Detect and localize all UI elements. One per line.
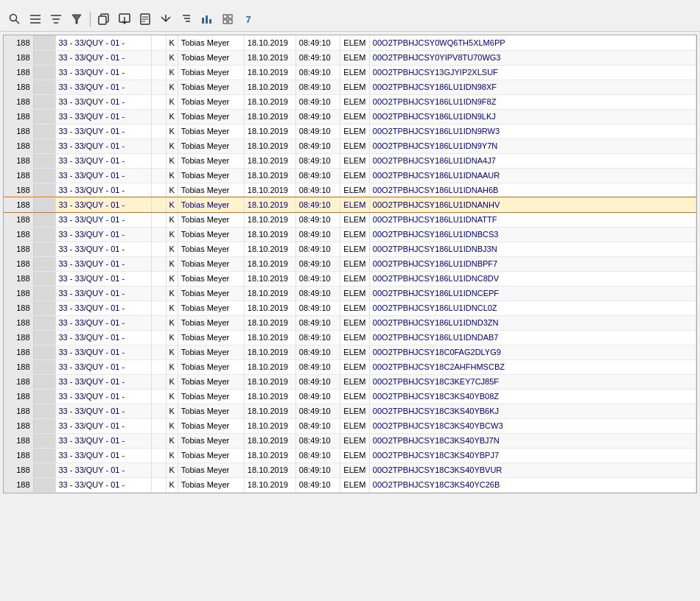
table-row[interactable]: 188 33 - 33/QUY - 01 - K Tobias Meyer 18… bbox=[4, 109, 696, 124]
col-k: K bbox=[166, 374, 178, 389]
table-row[interactable]: 188 33 - 33/QUY - 01 - K Tobias Meyer 18… bbox=[4, 242, 696, 256]
col-time: 08:49:10 bbox=[295, 433, 340, 448]
table-row[interactable]: 188 33 - 33/QUY - 01 - K Tobias Meyer 18… bbox=[4, 300, 696, 315]
table-row[interactable]: 188 33 - 33/QUY - 01 - K Tobias Meyer 18… bbox=[4, 50, 696, 65]
table-row[interactable]: 188 33 - 33/QUY - 01 - K Tobias Meyer 18… bbox=[4, 418, 696, 433]
col-transport: 33 - 33/QUY - 01 - bbox=[55, 256, 151, 271]
table-row[interactable]: 188 33 - 33/QUY - 01 - K Tobias Meyer 18… bbox=[4, 477, 696, 492]
table-row[interactable]: 188 33 - 33/QUY - 01 - K Tobias Meyer 18… bbox=[4, 183, 696, 197]
col-date: 18.10.2019 bbox=[244, 448, 295, 463]
col-k: K bbox=[166, 477, 178, 492]
col-k: K bbox=[166, 50, 178, 65]
export-button[interactable] bbox=[116, 10, 133, 28]
table-row[interactable]: 188 33 - 33/QUY - 01 - K Tobias Meyer 18… bbox=[4, 463, 696, 477]
col-type: ELEM bbox=[340, 448, 369, 463]
col-num: 188 bbox=[4, 315, 33, 330]
info-button[interactable]: 7 bbox=[239, 10, 257, 28]
sort-button[interactable] bbox=[178, 10, 195, 28]
col-time: 08:49:10 bbox=[295, 345, 340, 359]
col-transport: 33 - 33/QUY - 01 - bbox=[55, 124, 151, 138]
col-user: Tobias Meyer bbox=[178, 359, 244, 374]
col-k: K bbox=[166, 330, 178, 345]
filter-list-button[interactable] bbox=[47, 10, 65, 28]
table-row[interactable]: 188 33 - 33/QUY - 01 - K Tobias Meyer 18… bbox=[4, 212, 696, 227]
col-k: K bbox=[166, 197, 178, 212]
list-button[interactable] bbox=[27, 10, 44, 28]
col-num: 188 bbox=[4, 448, 33, 463]
col-date: 18.10.2019 bbox=[244, 94, 295, 109]
col-k: K bbox=[166, 109, 178, 124]
search-icon bbox=[9, 13, 21, 25]
col-blank2 bbox=[151, 330, 166, 345]
col-time: 08:49:10 bbox=[295, 183, 340, 197]
col-object: 00O2TPBHJCSY186LU1IDN9LKJ bbox=[369, 109, 696, 124]
col-time: 08:49:10 bbox=[295, 286, 340, 300]
col-object: 00O2TPBHJCSY186LU1IDN9F8Z bbox=[369, 94, 696, 109]
col-type: ELEM bbox=[340, 256, 369, 271]
col-date: 18.10.2019 bbox=[244, 345, 295, 359]
table-row[interactable]: 188 33 - 33/QUY - 01 - K Tobias Meyer 18… bbox=[4, 138, 696, 153]
chart-icon bbox=[201, 14, 213, 24]
detail-button[interactable] bbox=[136, 10, 154, 28]
col-user: Tobias Meyer bbox=[178, 197, 244, 212]
col-user: Tobias Meyer bbox=[178, 50, 244, 65]
col-user: Tobias Meyer bbox=[178, 35, 244, 50]
table-row[interactable]: 188 33 - 33/QUY - 01 - K Tobias Meyer 18… bbox=[4, 286, 696, 300]
col-blank1 bbox=[33, 359, 55, 374]
col-type: ELEM bbox=[340, 315, 369, 330]
col-date: 18.10.2019 bbox=[244, 65, 295, 80]
col-blank2 bbox=[151, 183, 166, 197]
table-row[interactable]: 188 33 - 33/QUY - 01 - K Tobias Meyer 18… bbox=[4, 315, 696, 330]
svg-rect-22 bbox=[206, 15, 208, 24]
col-k: K bbox=[166, 359, 178, 374]
table-row[interactable]: 188 33 - 33/QUY - 01 - K Tobias Meyer 18… bbox=[4, 359, 696, 374]
col-transport: 33 - 33/QUY - 01 - bbox=[55, 80, 151, 94]
arrow-button[interactable] bbox=[157, 10, 175, 28]
col-time: 08:49:10 bbox=[295, 463, 340, 477]
col-time: 08:49:10 bbox=[295, 359, 340, 374]
table-row[interactable]: 188 33 - 33/QUY - 01 - K Tobias Meyer 18… bbox=[4, 227, 696, 242]
col-date: 18.10.2019 bbox=[244, 212, 295, 227]
svg-point-0 bbox=[10, 15, 17, 21]
table-row[interactable]: 188 33 - 33/QUY - 01 - K Tobias Meyer 18… bbox=[4, 271, 696, 286]
table-row[interactable]: 188 33 - 33/QUY - 01 - K Tobias Meyer 18… bbox=[4, 94, 696, 109]
table-row[interactable]: 188 33 - 33/QUY - 01 - K Tobias Meyer 18… bbox=[4, 168, 696, 183]
col-k: K bbox=[166, 315, 178, 330]
table-row[interactable]: 188 33 - 33/QUY - 01 - K Tobias Meyer 18… bbox=[4, 404, 696, 418]
col-blank1 bbox=[33, 242, 55, 256]
col-num: 188 bbox=[4, 50, 33, 65]
col-time: 08:49:10 bbox=[295, 94, 340, 109]
table-row[interactable]: 188 33 - 33/QUY - 01 - K Tobias Meyer 18… bbox=[4, 389, 696, 404]
col-object: 00O2TPBHJCSY186LU1IDNDAB7 bbox=[369, 330, 696, 345]
table-row[interactable]: 188 33 - 33/QUY - 01 - K Tobias Meyer 18… bbox=[4, 153, 696, 168]
table-row[interactable]: 188 33 - 33/QUY - 01 - K Tobias Meyer 18… bbox=[4, 80, 696, 94]
table-row[interactable]: 188 33 - 33/QUY - 01 - K Tobias Meyer 18… bbox=[4, 374, 696, 389]
col-time: 08:49:10 bbox=[295, 50, 340, 65]
grid-button[interactable] bbox=[219, 10, 237, 28]
table-row[interactable]: 188 33 - 33/QUY - 01 - K Tobias Meyer 18… bbox=[4, 256, 696, 271]
search-button[interactable] bbox=[6, 10, 24, 28]
col-blank2 bbox=[151, 271, 166, 286]
col-transport: 33 - 33/QUY - 01 - bbox=[55, 418, 151, 433]
table-row[interactable]: 188 33 - 33/QUY - 01 - K Tobias Meyer 18… bbox=[4, 345, 696, 359]
col-user: Tobias Meyer bbox=[178, 477, 244, 492]
col-date: 18.10.2019 bbox=[244, 197, 295, 212]
col-date: 18.10.2019 bbox=[244, 183, 295, 197]
funnel-button[interactable] bbox=[68, 10, 85, 28]
copy-button[interactable] bbox=[95, 10, 113, 28]
col-num: 188 bbox=[4, 212, 33, 227]
table-row[interactable]: 188 33 - 33/QUY - 01 - K Tobias Meyer 18… bbox=[4, 448, 696, 463]
col-k: K bbox=[166, 433, 178, 448]
table-row[interactable]: 188 33 - 33/QUY - 01 - K Tobias Meyer 18… bbox=[4, 124, 696, 138]
table-row[interactable]: 188 33 - 33/QUY - 01 - K Tobias Meyer 18… bbox=[4, 65, 696, 80]
table-row[interactable]: 188 33 - 33/QUY - 01 - K Tobias Meyer 18… bbox=[4, 433, 696, 448]
col-blank1 bbox=[33, 330, 55, 345]
table-row[interactable]: 188 33 - 33/QUY - 01 - K Tobias Meyer 18… bbox=[4, 35, 696, 50]
table-row[interactable]: 188 33 - 33/QUY - 01 - K Tobias Meyer 18… bbox=[4, 330, 696, 345]
col-transport: 33 - 33/QUY - 01 - bbox=[55, 315, 151, 330]
col-object: 00O2TPBHJCSY18C2AHFHMSCBZ bbox=[369, 359, 696, 374]
col-time: 08:49:10 bbox=[295, 168, 340, 183]
col-date: 18.10.2019 bbox=[244, 404, 295, 418]
chart-button[interactable] bbox=[198, 10, 216, 28]
table-row[interactable]: 188 33 - 33/QUY - 01 - K Tobias Meyer 18… bbox=[4, 197, 696, 212]
